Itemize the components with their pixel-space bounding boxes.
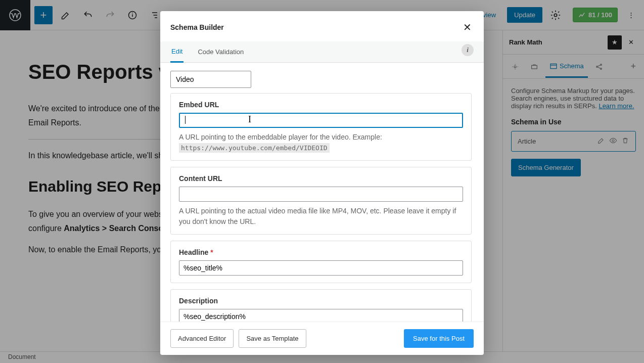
embed-url-input[interactable] — [179, 113, 463, 128]
tab-edit[interactable]: Edit — [170, 41, 183, 63]
modal-header: Schema Builder ✕ — [160, 11, 484, 41]
modal-tabs: Edit Code Validation i — [160, 41, 484, 63]
modal-close-button[interactable]: ✕ — [461, 19, 474, 35]
close-icon: ✕ — [463, 22, 472, 33]
embed-url-label: Embed URL — [179, 101, 463, 109]
modal-info-button[interactable]: i — [462, 44, 474, 56]
field-headline: Headline * — [170, 241, 472, 283]
modal-overlay[interactable]: Schema Builder ✕ Edit Code Validation i … — [0, 0, 644, 363]
embed-url-help: A URL pointing to the embeddable player … — [179, 132, 463, 153]
modal-body[interactable]: Embed URL I A URL pointing to the embedd… — [160, 63, 484, 322]
save-post-button[interactable]: Save for this Post — [404, 329, 474, 348]
field-description: Description — [170, 289, 472, 322]
content-url-input[interactable] — [179, 187, 463, 202]
advanced-editor-button[interactable]: Advanced Editor — [170, 329, 234, 348]
headline-input[interactable] — [179, 260, 463, 276]
tab-code-validation[interactable]: Code Validation — [197, 42, 245, 62]
field-embed-url: Embed URL I A URL pointing to the embedd… — [170, 93, 472, 161]
modal-title: Schema Builder — [170, 23, 224, 31]
schema-builder-modal: Schema Builder ✕ Edit Code Validation i … — [160, 11, 484, 355]
text-caret — [185, 116, 186, 124]
description-label: Description — [179, 297, 463, 305]
modal-footer: Advanced Editor Save as Template Save fo… — [160, 322, 484, 355]
content-url-help: A URL pointing to the actual video media… — [179, 206, 463, 227]
content-url-label: Content URL — [179, 174, 463, 183]
description-textarea[interactable] — [179, 309, 463, 322]
save-template-button[interactable]: Save as Template — [239, 329, 306, 348]
required-asterisk: * — [210, 248, 213, 256]
schema-type-input[interactable] — [170, 71, 251, 88]
headline-label: Headline * — [179, 248, 463, 256]
field-content-url: Content URL A URL pointing to the actual… — [170, 167, 472, 235]
info-icon: i — [467, 46, 469, 54]
